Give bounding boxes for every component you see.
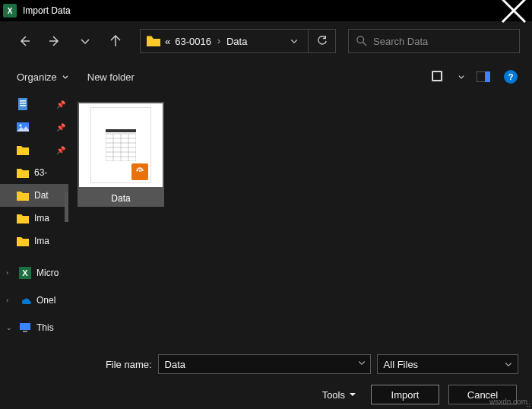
svg-rect-5 bbox=[18, 98, 27, 110]
sidebar: 📌 📌 📌 63- Dat Ima Ima › X bbox=[0, 93, 68, 347]
pin-icon: 📌 bbox=[56, 123, 65, 132]
onedrive-icon bbox=[19, 294, 31, 306]
sidebar-item-one[interactable]: › Onel bbox=[0, 289, 68, 312]
search-icon bbox=[356, 36, 367, 46]
sidebar-item-label: This bbox=[36, 322, 54, 333]
folder-icon bbox=[17, 235, 29, 247]
forward-button[interactable] bbox=[43, 29, 67, 53]
import-label: Import bbox=[391, 389, 420, 401]
organize-label: Organize bbox=[17, 71, 57, 83]
chevron-down-icon[interactable] bbox=[458, 73, 465, 81]
close-icon bbox=[499, 0, 529, 26]
titlebar: X Import Data bbox=[0, 0, 532, 21]
search-bar[interactable] bbox=[348, 29, 520, 53]
svg-rect-7 bbox=[20, 103, 26, 104]
svg-text:X: X bbox=[22, 268, 28, 277]
preview-pane-icon bbox=[477, 71, 490, 82]
close-button[interactable] bbox=[499, 0, 529, 21]
chevron-down-icon bbox=[79, 35, 91, 47]
sidebar-item-this[interactable]: ⌄ This bbox=[0, 316, 68, 339]
sidebar-item-pics[interactable]: 📌 bbox=[0, 116, 68, 138]
filename-input[interactable] bbox=[158, 354, 371, 374]
sidebar-item-label: Ima bbox=[34, 213, 49, 224]
folder-icon bbox=[147, 36, 160, 46]
arrow-right-icon bbox=[49, 35, 61, 47]
up-button[interactable] bbox=[103, 29, 128, 53]
breadcrumb-part-1[interactable]: 63-0016 bbox=[175, 36, 211, 47]
svg-rect-8 bbox=[20, 105, 26, 106]
refresh-button[interactable] bbox=[308, 29, 335, 53]
svg-rect-2 bbox=[433, 72, 441, 80]
chevron-down-icon[interactable]: ⌄ bbox=[6, 324, 14, 331]
folder-icon bbox=[17, 212, 29, 224]
arrow-up-icon bbox=[109, 35, 122, 47]
table-preview-icon bbox=[106, 129, 136, 161]
resize-grip[interactable] bbox=[523, 400, 532, 409]
svg-rect-13 bbox=[20, 323, 30, 330]
breadcrumb-part-0[interactable]: « bbox=[165, 36, 170, 47]
new-folder-button[interactable]: New folder bbox=[83, 68, 139, 86]
sidebar-item-ima2[interactable]: Ima bbox=[0, 230, 68, 252]
arrow-left-icon bbox=[18, 35, 30, 47]
chevron-down-icon bbox=[504, 360, 513, 369]
filter-label: All Files bbox=[384, 359, 419, 370]
chevron-down-icon[interactable] bbox=[290, 36, 299, 46]
filename-label: File name: bbox=[97, 359, 152, 370]
help-button[interactable]: ? bbox=[502, 68, 520, 86]
svg-rect-6 bbox=[20, 100, 26, 102]
back-button[interactable] bbox=[12, 29, 36, 53]
caret-down-icon bbox=[350, 392, 356, 398]
sidebar-item-63[interactable]: 63- bbox=[0, 161, 68, 184]
file-item-data[interactable]: PDF Data bbox=[78, 102, 164, 207]
sidebar-item-micro[interactable]: › X Micro bbox=[0, 262, 68, 284]
navigation-row: « 63-0016 › Data bbox=[0, 21, 532, 61]
view-button[interactable] bbox=[430, 68, 448, 86]
pin-icon: 📌 bbox=[56, 100, 65, 109]
svg-point-0 bbox=[357, 36, 364, 43]
toolbar: Organize New folder ? bbox=[0, 61, 532, 93]
pdf-page-preview: PDF bbox=[90, 107, 151, 183]
filename-row: File name: All Files bbox=[14, 354, 518, 374]
pin-icon: 📌 bbox=[56, 146, 65, 154]
search-input[interactable] bbox=[373, 36, 511, 47]
svg-rect-4 bbox=[485, 71, 490, 82]
sidebar-item-label: Onel bbox=[36, 295, 55, 306]
chevron-down-icon bbox=[62, 73, 69, 81]
excel-icon: X bbox=[19, 267, 31, 279]
help-icon: ? bbox=[504, 70, 518, 84]
view-icon bbox=[432, 71, 447, 83]
import-button[interactable]: Import bbox=[371, 385, 439, 404]
breadcrumb-sep-1: › bbox=[216, 36, 222, 46]
chevron-right-icon[interactable]: › bbox=[6, 269, 14, 277]
file-pane[interactable]: PDF Data bbox=[68, 93, 532, 347]
recent-button[interactable] bbox=[73, 29, 97, 53]
pictures-icon bbox=[17, 121, 29, 133]
window-title: Import Data bbox=[23, 5, 499, 16]
chevron-down-icon[interactable] bbox=[357, 358, 366, 367]
preview-pane-button[interactable] bbox=[474, 68, 492, 86]
svg-rect-14 bbox=[23, 331, 27, 332]
breadcrumb-part-2[interactable]: Data bbox=[226, 36, 247, 47]
tools-button[interactable]: Tools bbox=[316, 386, 362, 404]
organize-button[interactable]: Organize bbox=[12, 68, 74, 86]
excel-icon: X bbox=[3, 4, 17, 17]
new-folder-label: New folder bbox=[87, 71, 135, 83]
monitor-icon bbox=[19, 322, 31, 334]
file-label: Data bbox=[78, 189, 164, 207]
sidebar-item-ima1[interactable]: Ima bbox=[0, 207, 68, 230]
button-row: Tools Import Cancel bbox=[14, 385, 518, 404]
sidebar-item-doc[interactable]: 📌 bbox=[0, 93, 68, 116]
file-type-filter[interactable]: All Files bbox=[377, 354, 518, 374]
file-name-text: Data bbox=[111, 193, 130, 204]
sidebar-item-data[interactable]: Dat bbox=[0, 184, 68, 207]
sidebar-item-fldr[interactable]: 📌 bbox=[0, 138, 68, 161]
file-thumbnail: PDF bbox=[78, 102, 164, 189]
bottom-area: File name: All Files Tools Import Cancel bbox=[0, 347, 532, 409]
pdf-badge-icon: PDF bbox=[131, 163, 148, 180]
svg-rect-15 bbox=[106, 129, 136, 132]
sidebar-item-label: 63- bbox=[34, 167, 47, 178]
chevron-right-icon[interactable]: › bbox=[6, 296, 14, 304]
sidebar-item-label: Micro bbox=[36, 268, 59, 278]
breadcrumb[interactable]: « 63-0016 › Data bbox=[140, 29, 336, 53]
sidebar-scrollbar[interactable] bbox=[65, 192, 68, 222]
